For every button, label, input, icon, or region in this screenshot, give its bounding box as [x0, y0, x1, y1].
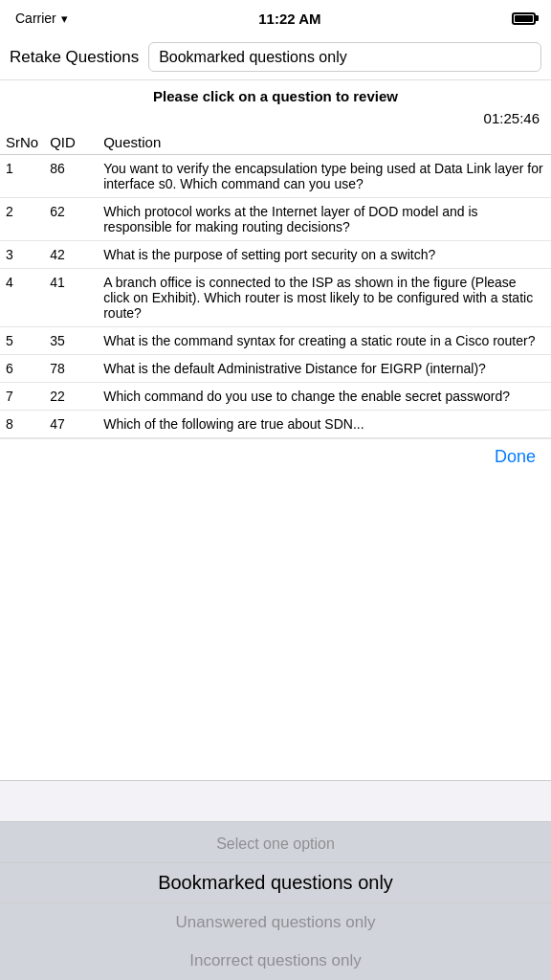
table-row[interactable]: 678What is the default Administrative Di… [0, 355, 551, 383]
battery-icon [512, 12, 536, 25]
cell-question: What is the purpose of setting port secu… [98, 241, 551, 269]
cell-question: Which of the following are true about SD… [98, 411, 551, 438]
question-table: SrNo QID Question 186You want to verify … [0, 130, 551, 438]
question-filter-picker[interactable]: Bookmarked questions only Unanswered que… [148, 42, 541, 72]
carrier-label: Carrier ▾ [15, 11, 68, 26]
cell-question: A branch office is connected to the ISP … [98, 269, 551, 327]
status-bar: Carrier ▾ 11:22 AM [0, 0, 551, 34]
table-row[interactable]: 262Which protocol works at the Internet … [0, 198, 551, 241]
cell-srno: 7 [0, 383, 44, 411]
done-button[interactable]: Done [495, 447, 536, 467]
picker-options: Bookmarked questions onlyUnanswered ques… [0, 862, 551, 980]
cell-srno: 5 [0, 327, 44, 355]
cell-srno: 2 [0, 198, 44, 241]
wifi-icon: ▾ [61, 11, 68, 26]
cell-question: Which command do you use to change the e… [98, 383, 551, 411]
cell-srno: 8 [0, 411, 44, 438]
picker-option[interactable]: Incorrect questions only [0, 942, 551, 980]
picker-body: Select one option Bookmarked questions o… [0, 822, 551, 980]
header-srno: SrNo [0, 130, 44, 155]
carrier-text: Carrier [15, 11, 56, 26]
cell-srno: 4 [0, 269, 44, 327]
table-row[interactable]: 535What is the command syntax for creati… [0, 327, 551, 355]
table-row[interactable]: 722Which command do you use to change th… [0, 383, 551, 411]
table-header-row: SrNo QID Question [0, 130, 551, 155]
cell-qid: 22 [44, 383, 98, 411]
cell-question: What is the command syntax for creating … [98, 327, 551, 355]
nav-title: Retake Questions [10, 48, 139, 67]
nav-bar: Retake Questions Bookmarked questions on… [0, 34, 551, 80]
table-row[interactable]: 186You want to verify the encapsulation … [0, 155, 551, 198]
header-question: Question [98, 130, 551, 155]
timer-display: 01:25:46 [0, 108, 551, 130]
time-label: 11:22 AM [258, 11, 320, 27]
cell-qid: 78 [44, 355, 98, 383]
table-row[interactable]: 441A branch office is connected to the I… [0, 269, 551, 327]
done-row: Done [0, 438, 551, 475]
cell-qid: 86 [44, 155, 98, 198]
page-subtitle: Please click on a question to review [0, 80, 551, 108]
cell-srno: 6 [0, 355, 44, 383]
cell-qid: 42 [44, 241, 98, 269]
cell-question: Which protocol works at the Internet lay… [98, 198, 551, 241]
table-row[interactable]: 847Which of the following are true about… [0, 411, 551, 438]
cell-qid: 35 [44, 327, 98, 355]
picker-option[interactable]: Unanswered questions only [0, 903, 551, 942]
cell-qid: 41 [44, 269, 98, 327]
header-qid: QID [44, 130, 98, 155]
picker-label: Select one option [0, 822, 551, 862]
cell-srno: 1 [0, 155, 44, 198]
cell-srno: 3 [0, 241, 44, 269]
picker-toolbar [0, 780, 551, 822]
cell-qid: 62 [44, 198, 98, 241]
picker-overlay: Select one option Bookmarked questions o… [0, 780, 551, 980]
cell-question: What is the default Administrative Dista… [98, 355, 551, 383]
cell-question: You want to verify the encapsulation typ… [98, 155, 551, 198]
table-row[interactable]: 342What is the purpose of setting port s… [0, 241, 551, 269]
cell-qid: 47 [44, 411, 98, 438]
picker-option[interactable]: Bookmarked questions only [0, 862, 551, 903]
